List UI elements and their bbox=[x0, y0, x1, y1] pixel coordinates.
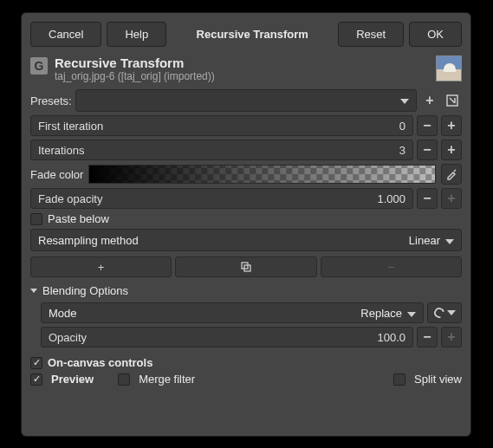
header-text: Recursive Transform taj_orig.jpg-6 ([taj… bbox=[55, 55, 429, 82]
paste-below-label: Paste below bbox=[48, 212, 109, 225]
reset-icon bbox=[434, 308, 444, 318]
opacity-minus-button[interactable]: − bbox=[417, 327, 438, 347]
help-button[interactable]: Help bbox=[107, 22, 166, 47]
presets-label: Presets: bbox=[30, 94, 72, 107]
add-transform-button[interactable]: + bbox=[30, 256, 172, 277]
resampling-select[interactable]: Resampling method Linear bbox=[30, 229, 462, 251]
blending-options-header[interactable]: Blending Options bbox=[30, 284, 462, 297]
resampling-label: Resampling method bbox=[38, 234, 139, 247]
opacity-value: 100.0 bbox=[377, 331, 405, 344]
fade-opacity-plus-button[interactable]: + bbox=[441, 188, 462, 209]
expand-icon bbox=[30, 289, 37, 293]
blending-options-label: Blending Options bbox=[42, 284, 128, 297]
opacity-label: Opacity bbox=[49, 331, 87, 344]
iterations-minus-button[interactable]: − bbox=[417, 140, 438, 160]
presets-select[interactable] bbox=[75, 89, 417, 112]
first-iteration-minus-button[interactable]: − bbox=[417, 115, 438, 136]
transform-action-row: + − bbox=[30, 256, 462, 277]
mode-value: Replace bbox=[360, 307, 402, 320]
bottom-row: Preview Merge filter Split view bbox=[30, 373, 462, 386]
fade-opacity-row: Fade opacity 1.000 − + bbox=[30, 188, 462, 209]
fade-opacity-minus-button[interactable]: − bbox=[417, 188, 438, 209]
mode-select[interactable]: Mode Replace bbox=[41, 302, 424, 323]
image-thumbnail bbox=[436, 55, 462, 81]
color-picker-icon[interactable] bbox=[441, 164, 462, 185]
iterations-row: Iterations 3 − + bbox=[30, 140, 462, 160]
opacity-field[interactable]: Opacity 100.0 bbox=[41, 327, 413, 347]
dialog-title-button: Recursive Transform bbox=[172, 22, 333, 47]
resampling-value: Linear bbox=[409, 234, 440, 247]
plus-icon: + bbox=[98, 261, 105, 274]
reset-button[interactable]: Reset bbox=[338, 22, 404, 47]
merge-filter-label: Merge filter bbox=[139, 373, 195, 386]
paste-below-row: Paste below bbox=[30, 212, 462, 225]
first-iteration-plus-button[interactable]: + bbox=[441, 115, 462, 136]
header-subtitle: taj_orig.jpg-6 ([taj_orig] (imported)) bbox=[55, 70, 429, 82]
add-preset-icon[interactable]: + bbox=[420, 91, 439, 110]
chevron-down-icon bbox=[407, 312, 416, 317]
mode-label: Mode bbox=[49, 307, 77, 320]
on-canvas-row: On-canvas controls bbox=[30, 356, 462, 369]
header-title: Recursive Transform bbox=[55, 55, 429, 70]
recursive-transform-dialog: Cancel Help Recursive Transform Reset OK… bbox=[21, 12, 471, 437]
duplicate-transform-button[interactable] bbox=[175, 256, 316, 277]
split-view-label: Split view bbox=[414, 373, 462, 386]
merge-filter-checkbox[interactable] bbox=[118, 373, 130, 386]
iterations-label: Iterations bbox=[38, 144, 84, 157]
header: G Recursive Transform taj_orig.jpg-6 ([t… bbox=[30, 55, 462, 82]
paste-below-checkbox[interactable] bbox=[30, 213, 42, 225]
fade-opacity-value: 1.000 bbox=[377, 192, 405, 205]
fade-color-swatch[interactable] bbox=[88, 165, 436, 184]
duplicate-icon bbox=[240, 261, 252, 273]
preview-label: Preview bbox=[51, 373, 94, 386]
preview-checkbox[interactable] bbox=[30, 373, 42, 386]
fade-opacity-label: Fade opacity bbox=[38, 192, 102, 205]
iterations-value: 3 bbox=[399, 144, 405, 157]
first-iteration-field[interactable]: First iteration 0 bbox=[30, 115, 413, 136]
on-canvas-checkbox[interactable] bbox=[30, 357, 42, 369]
iterations-plus-button[interactable]: + bbox=[441, 140, 462, 160]
split-view-checkbox[interactable] bbox=[393, 373, 405, 386]
fade-color-label: Fade color bbox=[30, 168, 83, 181]
opacity-row: Opacity 100.0 − + bbox=[41, 327, 462, 347]
opacity-plus-button[interactable]: + bbox=[441, 327, 462, 347]
ok-button[interactable]: OK bbox=[409, 22, 462, 47]
mode-reset-button[interactable] bbox=[427, 302, 462, 323]
iterations-field[interactable]: Iterations 3 bbox=[30, 140, 413, 160]
mode-row: Mode Replace bbox=[41, 302, 462, 323]
on-canvas-label: On-canvas controls bbox=[48, 356, 152, 369]
fade-opacity-field[interactable]: Fade opacity 1.000 bbox=[30, 188, 413, 209]
remove-transform-button[interactable]: − bbox=[321, 256, 462, 277]
first-iteration-value: 0 bbox=[399, 120, 405, 133]
presets-row: Presets: + bbox=[30, 89, 462, 112]
first-iteration-label: First iteration bbox=[38, 120, 103, 133]
chevron-down-icon bbox=[447, 310, 456, 315]
first-iteration-row: First iteration 0 − + bbox=[30, 115, 462, 136]
fade-color-row: Fade color bbox=[30, 164, 462, 185]
minus-icon: − bbox=[388, 261, 395, 274]
gegl-icon: G bbox=[30, 57, 48, 75]
cancel-button[interactable]: Cancel bbox=[30, 22, 101, 47]
action-button-row: Cancel Help Recursive Transform Reset OK bbox=[30, 22, 462, 47]
chevron-down-icon bbox=[445, 239, 454, 244]
manage-presets-icon[interactable] bbox=[443, 91, 462, 110]
